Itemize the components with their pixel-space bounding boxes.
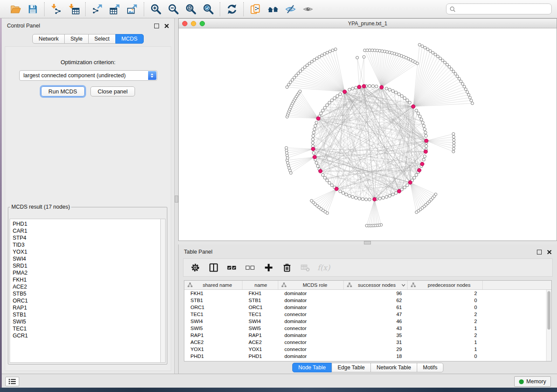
node-table: shared namenameMCDS rolesuccessor nodesp…: [184, 280, 552, 361]
mcds-result-item[interactable]: SWI5: [13, 318, 161, 325]
clone-network-icon[interactable]: [249, 3, 261, 15]
tab-motifs[interactable]: Motifs: [417, 363, 443, 372]
table-row[interactable]: TEC1TEC1connector472: [184, 311, 551, 318]
close-panel-button[interactable]: Close panel: [90, 86, 135, 96]
float-panel-icon[interactable]: [154, 24, 159, 28]
tab-select[interactable]: Select: [88, 34, 116, 44]
first-neighbors-icon[interactable]: [267, 3, 279, 15]
save-session-icon[interactable]: [27, 3, 38, 15]
zoom-in-icon[interactable]: [150, 3, 162, 15]
column-header-name[interactable]: name: [242, 281, 278, 289]
network-view-window: YPA_prune.txt_1: [178, 18, 557, 241]
table-row[interactable]: ACE2ACE2connector311: [184, 339, 551, 346]
search-input[interactable]: [458, 6, 548, 13]
import-network-icon[interactable]: [50, 3, 62, 15]
mcds-result-item[interactable]: TID3: [13, 241, 161, 248]
table-row[interactable]: FKH1FKH1dominator962: [184, 290, 551, 297]
table-cell: ORC1: [184, 305, 242, 310]
toggle-columns-icon[interactable]: [209, 263, 218, 272]
mcds-result-item[interactable]: PHD1: [13, 220, 161, 227]
table-cell: 96: [344, 291, 408, 296]
table-row[interactable]: SWI5SWI5connector431: [184, 325, 551, 332]
table-cell: STB1: [184, 298, 242, 303]
table-cell: SWI5: [242, 326, 278, 331]
table-cell: SWI4: [242, 319, 278, 324]
table-row[interactable]: PHD1PHD1dominator180: [184, 353, 551, 360]
close-panel-icon[interactable]: [547, 250, 552, 254]
open-file-icon[interactable]: [9, 3, 21, 15]
mcds-result-item[interactable]: SRD1: [13, 262, 161, 269]
column-header-predecessor-nodes[interactable]: predecessor nodes: [408, 281, 483, 289]
network-window-titlebar[interactable]: YPA_prune.txt_1: [179, 19, 557, 28]
tab-network[interactable]: Network: [32, 34, 65, 44]
table-row[interactable]: SWI4SWI4dominator462: [184, 318, 551, 325]
column-header-successor-nodes[interactable]: successor nodes: [344, 281, 408, 289]
mcds-result-list[interactable]: PHD1CAR1STP4TID3YOX1SWI4SRD1PMA2FKH1ACE2…: [10, 219, 161, 363]
criterion-select[interactable]: largest connected component (undirected): [19, 70, 157, 81]
window-maximize-button[interactable]: [200, 21, 205, 26]
zoom-out-icon[interactable]: [167, 3, 179, 15]
table-cell: dominator: [278, 305, 344, 310]
table-row[interactable]: STB1STB1dominator620: [184, 297, 551, 304]
add-column-icon[interactable]: [264, 263, 273, 272]
zoom-selected-icon[interactable]: [202, 3, 214, 15]
table-header-row: shared namenameMCDS rolesuccessor nodesp…: [184, 281, 551, 290]
mcds-result-item[interactable]: STB1: [13, 311, 161, 318]
delete-column-icon[interactable]: [282, 263, 292, 272]
mcds-result-item[interactable]: CAR1: [13, 227, 161, 234]
mcds-list-scrollbar[interactable]: [160, 219, 166, 363]
mcds-result-item[interactable]: YOX1: [13, 248, 161, 255]
export-table-icon[interactable]: [109, 3, 121, 15]
float-panel-icon[interactable]: [537, 250, 542, 254]
column-header-MCDS-role[interactable]: MCDS role: [278, 281, 344, 289]
memory-label: Memory: [526, 378, 546, 385]
window-minimize-button[interactable]: [191, 21, 196, 26]
toolbar-icon-groups: [3, 0, 319, 18]
tab-node-table[interactable]: Node Table: [292, 363, 332, 372]
run-mcds-button[interactable]: Run MCDS: [41, 86, 85, 96]
mcds-result-item[interactable]: ORC1: [13, 297, 161, 304]
tab-mcds[interactable]: MCDS: [115, 34, 144, 44]
import-table-icon[interactable]: [68, 3, 80, 15]
mcds-result-item[interactable]: RAP1: [13, 304, 161, 311]
deselect-all-rows-icon[interactable]: [246, 263, 255, 272]
memory-button[interactable]: Memory: [514, 376, 551, 387]
export-network-icon[interactable]: [91, 3, 103, 15]
table-scrollbar[interactable]: [546, 290, 551, 361]
refresh-view-icon[interactable]: [226, 3, 238, 15]
splitter-handle[interactable]: [175, 196, 178, 203]
mcds-result-item[interactable]: ACE2: [13, 283, 161, 290]
splitter-handle[interactable]: [364, 241, 371, 244]
mcds-result-item[interactable]: GCR1: [13, 332, 161, 339]
task-history-button[interactable]: [5, 377, 19, 386]
mcds-result-item[interactable]: FKH1: [13, 276, 161, 283]
scrollbar-thumb[interactable]: [547, 291, 550, 330]
column-header-shared-name[interactable]: shared name: [184, 281, 242, 289]
show-all-icon[interactable]: [302, 3, 314, 15]
vertical-splitter[interactable]: [175, 18, 178, 374]
function-builder-icon: f(x): [319, 263, 329, 272]
table-row[interactable]: ORC1ORC1dominator610: [184, 304, 551, 311]
mcds-result-item[interactable]: TEC1: [13, 325, 161, 332]
table-row[interactable]: RAP1RAP1dominator352: [184, 332, 551, 339]
table-settings-icon[interactable]: [190, 263, 200, 272]
mcds-result-item[interactable]: STP4: [13, 234, 161, 241]
mcds-result-item[interactable]: SWI4: [13, 255, 161, 262]
hide-selected-icon[interactable]: [284, 3, 296, 15]
tab-network-table[interactable]: Network Table: [370, 363, 417, 372]
network-canvas[interactable]: [179, 28, 557, 241]
tab-edge-table[interactable]: Edge Table: [332, 363, 371, 372]
zoom-fit-icon[interactable]: [185, 3, 197, 15]
optimization-criterion-label: Optimization criterion:: [5, 59, 171, 65]
search-box[interactable]: [446, 3, 552, 14]
mcds-result-item[interactable]: PMA2: [13, 269, 161, 276]
mcds-result-item[interactable]: STB5: [13, 290, 161, 297]
control-panel-titlebar: Control Panel: [2, 18, 174, 31]
window-close-button[interactable]: [182, 21, 187, 26]
export-image-icon[interactable]: [126, 3, 138, 15]
table-row[interactable]: YOX1YOX1connector291: [184, 346, 551, 353]
horizontal-splitter[interactable]: [178, 241, 557, 244]
close-panel-icon[interactable]: [164, 24, 169, 28]
select-all-rows-icon[interactable]: [227, 263, 237, 272]
tab-style[interactable]: Style: [64, 34, 89, 44]
